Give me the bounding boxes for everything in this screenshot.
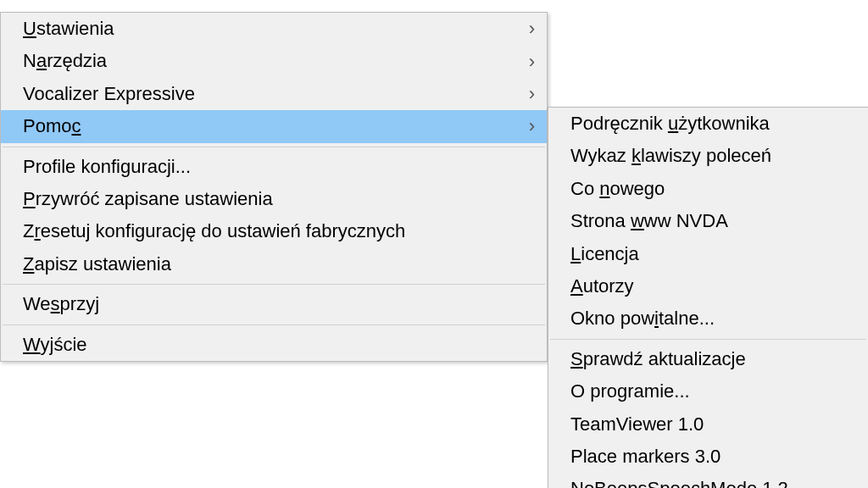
chevron-right-icon: ›	[529, 50, 535, 72]
subMenu-item-11[interactable]: Place markers 3.0	[548, 441, 868, 473]
subMenu-item-label: Okno powitalne...	[570, 308, 844, 330]
subMenu-item-1[interactable]: Wykaz klawiszy poleceń	[548, 140, 868, 172]
mainMenu-item-2[interactable]: Vocalizer Expressive›	[1, 78, 547, 110]
subMenu-item-label: Sprawdź aktualizacje	[570, 348, 844, 370]
subMenu-item-6[interactable]: Okno powitalne...	[548, 302, 868, 335]
mainMenu-item-label: Zresetuj konfigurację do ustawień fabryc…	[23, 220, 523, 242]
subMenu-item-2[interactable]: Co nowego	[548, 173, 868, 205]
main-context-menu: Ustawienia›Narzędzia›Vocalizer Expressiv…	[0, 12, 548, 362]
mainMenu-item-label: Pomoc	[23, 115, 523, 137]
mainMenu-item-label: Profile konfiguracji...	[23, 156, 523, 178]
mainMenu-item-label: Przywróć zapisane ustawienia	[23, 188, 523, 210]
mainMenu-item-8[interactable]: Zapisz ustawienia	[1, 248, 547, 280]
mainMenu-item-5[interactable]: Profile konfiguracji...	[1, 151, 547, 183]
mainMenu-item-label: Narzędzia	[23, 50, 523, 72]
mainMenu-separator	[3, 284, 545, 285]
chevron-right-icon: ›	[529, 83, 535, 105]
mainMenu-separator	[3, 147, 545, 147]
subMenu-item-9[interactable]: O programie...	[548, 375, 868, 408]
subMenu-item-label: Strona www NVDA	[570, 210, 844, 232]
mainMenu-item-3[interactable]: Pomoc›	[1, 110, 547, 142]
mainMenu-item-6[interactable]: Przywróć zapisane ustawienia	[1, 183, 547, 215]
subMenu-item-3[interactable]: Strona www NVDA	[548, 205, 868, 237]
subMenu-item-10[interactable]: TeamViewer 1.0	[548, 408, 868, 441]
subMenu-item-label: Podręcznik użytkownika	[570, 113, 844, 135]
subMenu-item-4[interactable]: Licencja	[548, 238, 868, 270]
subMenu-item-5[interactable]: Autorzy	[548, 270, 868, 302]
mainMenu-item-1[interactable]: Narzędzia›	[1, 45, 547, 77]
subMenu-item-label: Place markers 3.0	[570, 446, 844, 468]
subMenu-item-8[interactable]: Sprawdź aktualizacje	[548, 343, 868, 375]
subMenu-item-label: Co nowego	[570, 178, 844, 200]
mainMenu-item-label: Wesprzyj	[23, 293, 523, 315]
subMenu-item-label: Licencja	[570, 243, 844, 265]
subMenu-item-label: Wykaz klawiszy poleceń	[570, 145, 844, 167]
mainMenu-item-0[interactable]: Ustawienia›	[1, 13, 547, 45]
subMenu-item-label: Autorzy	[570, 275, 844, 297]
subMenu-item-label: NoBeepsSpeechMode 1.2	[570, 478, 844, 488]
subMenu-item-0[interactable]: Podręcznik użytkownika	[548, 108, 868, 140]
help-submenu: Podręcznik użytkownikaWykaz klawiszy pol…	[548, 107, 868, 488]
subMenu-item-12[interactable]: NoBeepsSpeechMode 1.2	[548, 473, 868, 488]
mainMenu-item-label: Wyjście	[23, 334, 523, 356]
chevron-right-icon: ›	[529, 115, 535, 137]
chevron-right-icon: ›	[529, 18, 535, 40]
mainMenu-separator	[3, 324, 545, 325]
mainMenu-item-label: Zapisz ustawienia	[23, 253, 523, 275]
mainMenu-item-label: Ustawienia	[23, 18, 523, 40]
subMenu-item-label: TeamViewer 1.0	[570, 413, 844, 435]
subMenu-separator	[550, 339, 866, 340]
mainMenu-item-label: Vocalizer Expressive	[23, 83, 523, 105]
mainMenu-item-10[interactable]: Wesprzyj	[1, 288, 547, 320]
subMenu-item-label: O programie...	[570, 380, 844, 402]
mainMenu-item-12[interactable]: Wyjście	[1, 329, 547, 361]
mainMenu-item-7[interactable]: Zresetuj konfigurację do ustawień fabryc…	[1, 215, 547, 247]
